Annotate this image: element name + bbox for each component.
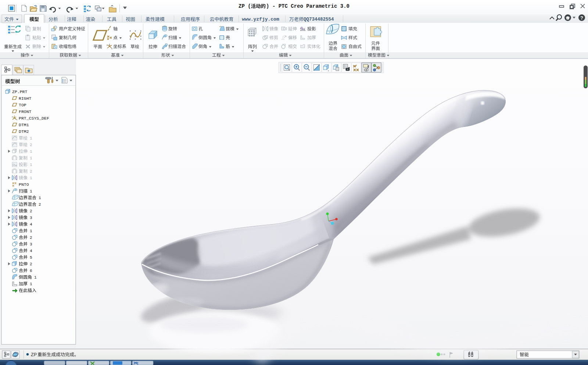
svg-text:ZP: ZP [31,352,37,357]
svg-text:1: 1 [30,156,32,160]
svg-text:2: 2 [30,169,32,174]
svg-text:DTM1: DTM1 [19,123,29,127]
svg-text:1: 1 [39,196,41,200]
svg-text:1: 1 [30,176,32,180]
svg-text:2: 2 [30,143,32,147]
svg-text:www.yzfjy.com: www.yzfjy.com [242,17,279,22]
svg-text:PRT_CSYS_DEF: PRT_CSYS_DEF [19,116,49,121]
svg-text:RIGHT: RIGHT [19,96,32,101]
svg-text:4: 4 [30,222,32,227]
svg-text:TOP: TOP [19,103,26,107]
svg-text:5: 5 [30,255,32,260]
svg-text:y: y [107,44,108,46]
svg-text:x: x [17,118,18,121]
svg-text:y: y [12,116,13,118]
svg-text:2: 2 [30,209,32,213]
svg-text:2: 2 [39,202,41,207]
svg-text:2: 2 [30,262,32,266]
svg-text:3: 3 [30,216,32,220]
svg-text:2: 2 [30,235,32,240]
svg-text:1: 1 [30,282,32,286]
svg-text:1: 1 [34,275,37,280]
svg-text:1: 1 [30,163,32,167]
svg-text:) - PTC Creo Parametric 3.0: ) - PTC Creo Parametric 3.0 [266,3,349,9]
svg-text:?: ? [580,15,583,21]
svg-text:FRONT: FRONT [19,109,32,114]
svg-text:3: 3 [30,242,32,247]
svg-text:QQ734482554: QQ734482554 [304,17,334,22]
svg-text:6: 6 [30,269,32,273]
svg-text:1: 1 [30,149,32,154]
svg-text:ZP.PRT: ZP.PRT [12,89,28,94]
svg-text:x: x [111,47,112,50]
svg-text:PNTO: PNTO [19,182,29,187]
svg-text:1: 1 [30,136,32,141]
svg-text:1: 1 [30,229,32,233]
svg-text:1: 1 [30,189,32,194]
svg-text:DTM2: DTM2 [19,129,29,134]
svg-text:4: 4 [30,249,32,253]
svg-text:ZP (: ZP ( [239,3,251,9]
